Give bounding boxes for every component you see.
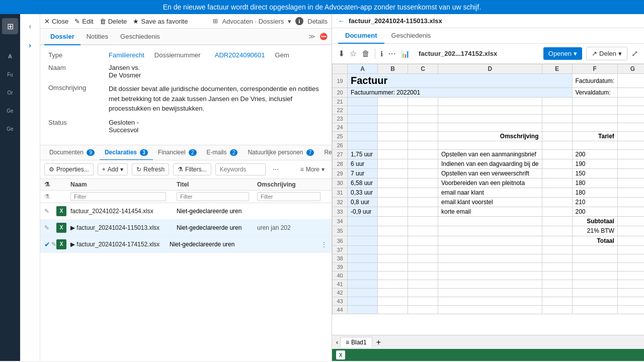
cell[interactable] — [572, 246, 617, 254]
cell[interactable] — [378, 132, 408, 141]
cell[interactable] — [378, 236, 408, 246]
cell[interactable] — [348, 226, 378, 236]
cell[interactable] — [617, 198, 644, 207]
tab-documenten[interactable]: Documenten 9 — [44, 145, 100, 160]
openen-button[interactable]: Openen ▾ — [543, 47, 582, 60]
pencil-icon[interactable]: ✎ — [44, 208, 49, 215]
keywords-input[interactable] — [215, 163, 266, 175]
cell[interactable] — [438, 226, 542, 236]
cell[interactable] — [408, 306, 438, 314]
cell[interactable]: Factuurdatum: — [572, 74, 617, 88]
col-header-B[interactable]: B — [378, 64, 408, 74]
chevron-left-nav[interactable]: ‹ — [22, 18, 38, 34]
cell[interactable] — [572, 123, 617, 132]
cell[interactable] — [617, 123, 644, 132]
cell[interactable] — [378, 246, 408, 254]
cell[interactable] — [378, 280, 408, 289]
cell[interactable] — [542, 132, 572, 141]
cell[interactable]: 200 — [572, 207, 617, 217]
tab-document[interactable]: Document — [338, 28, 384, 44]
cell[interactable] — [348, 123, 378, 132]
cell[interactable] — [408, 226, 438, 236]
cell[interactable] — [438, 263, 542, 272]
cell[interactable] — [438, 280, 542, 289]
add-button[interactable]: + Add ▾ — [98, 163, 128, 175]
cell[interactable] — [348, 217, 378, 226]
cell[interactable] — [542, 254, 572, 263]
cell[interactable] — [572, 297, 617, 306]
download-icon[interactable]: ⬇ — [338, 49, 345, 58]
chevron-right-nav[interactable]: › — [22, 37, 38, 53]
cell[interactable] — [542, 198, 572, 207]
cell[interactable] — [348, 115, 378, 123]
cell[interactable] — [408, 236, 438, 246]
cell[interactable] — [348, 254, 378, 263]
properties-button[interactable]: ⚙ Properties... — [44, 163, 94, 175]
cell[interactable] — [617, 88, 644, 98]
tab-notities[interactable]: Notities — [80, 29, 114, 45]
cell[interactable]: email naar klant — [438, 188, 542, 198]
col-header-D[interactable]: D — [438, 64, 542, 74]
tab-geschiedenis[interactable]: Geschiedenis — [114, 29, 166, 45]
back-arrow[interactable]: ← — [338, 17, 345, 25]
cell[interactable] — [617, 159, 644, 169]
filter-naam-input[interactable] — [70, 192, 166, 201]
cell[interactable] — [348, 280, 378, 289]
cell[interactable]: 180 — [572, 188, 617, 198]
filters-button[interactable]: ⚗ Filters... — [173, 163, 211, 175]
cell[interactable] — [572, 254, 617, 263]
save-favorite-button[interactable]: ★ Save as favorite — [133, 18, 188, 25]
cell[interactable] — [348, 141, 378, 150]
cell[interactable] — [378, 141, 408, 150]
cell[interactable] — [617, 132, 644, 141]
cell[interactable]: 1,75 uur — [348, 150, 378, 159]
add-sheet-icon[interactable]: + — [376, 338, 381, 347]
fu-icon[interactable]: Fu — [2, 66, 18, 82]
cell[interactable] — [617, 246, 644, 254]
cell[interactable]: Opstellen van een verweerschrift — [438, 169, 542, 178]
expand-icon[interactable]: ≫ — [308, 33, 315, 40]
cell[interactable] — [408, 246, 438, 254]
cell[interactable] — [378, 106, 408, 115]
cell[interactable] — [572, 263, 617, 272]
cell[interactable]: Totaal — [572, 236, 617, 246]
cell[interactable] — [617, 169, 644, 178]
cell[interactable] — [348, 132, 378, 141]
settings-icon[interactable]: ⛔ — [319, 33, 328, 40]
tab-rechtsp[interactable]: Rechtsp — [319, 145, 332, 160]
cell[interactable] — [348, 106, 378, 115]
ge-icon2[interactable]: Ge — [2, 121, 18, 137]
cell[interactable]: 200 — [572, 150, 617, 159]
cell[interactable] — [348, 236, 378, 246]
cell[interactable] — [542, 306, 572, 314]
cell[interactable] — [408, 132, 438, 141]
cell[interactable] — [572, 106, 617, 115]
cell[interactable] — [542, 106, 572, 115]
cell[interactable] — [408, 150, 438, 159]
cell[interactable] — [542, 217, 572, 226]
cell[interactable] — [572, 289, 617, 297]
tab-financieel[interactable]: Financieel 2 — [153, 145, 202, 160]
cell[interactable] — [438, 306, 542, 314]
expand-excel-icon[interactable]: ⤢ — [631, 49, 638, 58]
cell[interactable] — [408, 159, 438, 169]
cell[interactable] — [438, 106, 542, 115]
cell[interactable]: 0,8 uur — [348, 198, 378, 207]
sheet-tab-blad1[interactable]: ≡ Blad1 — [340, 337, 372, 347]
more-label-button[interactable]: ≡ More ▾ — [297, 164, 328, 175]
cell[interactable] — [542, 115, 572, 123]
cell[interactable] — [617, 263, 644, 272]
cell[interactable] — [542, 123, 572, 132]
cell[interactable] — [408, 207, 438, 217]
filter-titel-input[interactable] — [177, 192, 249, 201]
cell[interactable] — [617, 115, 644, 123]
cell[interactable] — [408, 141, 438, 150]
col-header-F[interactable]: F — [572, 64, 617, 74]
col-header-G[interactable]: G — [617, 64, 644, 74]
cell[interactable] — [438, 246, 542, 254]
ge-icon1[interactable]: Ge — [2, 103, 18, 119]
home-icon[interactable]: A — [2, 48, 18, 64]
cell[interactable]: 6 uur — [348, 159, 378, 169]
cell[interactable] — [438, 123, 542, 132]
cell[interactable] — [617, 217, 644, 226]
